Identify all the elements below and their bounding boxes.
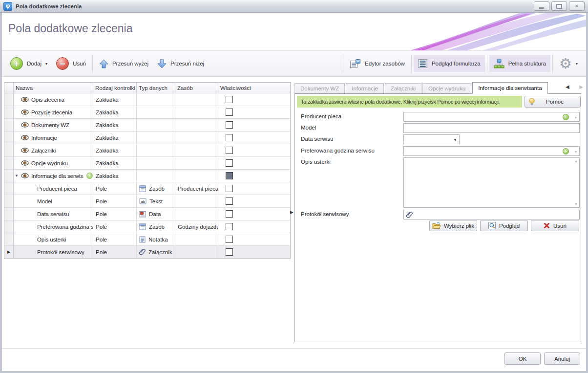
- cancel-button[interactable]: Anuluj: [544, 352, 580, 365]
- close-button[interactable]: ×: [569, 1, 585, 11]
- properties-checkbox[interactable]: [226, 210, 233, 218]
- visibility-eye-icon[interactable]: [21, 97, 29, 102]
- producent-pieca-input[interactable]: + ▾: [403, 112, 580, 122]
- grid-cell-control-kind[interactable]: Pole: [93, 220, 137, 233]
- grid-cell-data-type[interactable]: [137, 170, 175, 182]
- preferowana-godzina-input[interactable]: + ▾: [403, 146, 580, 156]
- tab-scroll-right-icon[interactable]: ▶: [579, 84, 583, 89]
- splitter-collapse-arrow[interactable]: ▶: [290, 210, 294, 215]
- grid-cell-data-type[interactable]: Zasób: [137, 182, 175, 195]
- grid-cell-properties[interactable]: [218, 170, 290, 182]
- grid-row[interactable]: Data serwisuPoleData: [4, 208, 290, 220]
- grid-cell-control-kind[interactable]: Zakładka: [93, 157, 137, 170]
- grid-cell-control-kind[interactable]: Pole: [93, 195, 137, 208]
- visibility-eye-icon[interactable]: [21, 122, 29, 128]
- tab-informacje-dla-serwisanta[interactable]: Informacje dla serwisanta: [472, 82, 547, 94]
- grid-cell-control-kind[interactable]: Zakładka: [93, 144, 137, 157]
- grid-cell-data-type[interactable]: Notatka: [137, 233, 175, 246]
- grid-cell-data-type[interactable]: [137, 157, 175, 170]
- grid-cell-resource[interactable]: [175, 106, 218, 119]
- minimize-button[interactable]: [534, 1, 549, 11]
- opis-usterki-textarea[interactable]: ▲ ▼: [403, 157, 580, 208]
- delete-attachment-button[interactable]: Usuń: [531, 220, 579, 231]
- grid-row[interactable]: Opis usterkiPoleNotatka: [4, 233, 290, 246]
- grid-row[interactable]: InformacjeZakładka: [4, 132, 290, 144]
- grid-cell-properties[interactable]: [218, 106, 290, 119]
- grid-cell-resource[interactable]: Godziny dojazdu: [175, 220, 218, 233]
- column-header-typ-danych[interactable]: Typ danych: [137, 83, 175, 93]
- grid-cell-properties[interactable]: [218, 233, 290, 246]
- form-preview-button[interactable]: Podgląd formularza: [414, 55, 485, 72]
- grid-cell-properties[interactable]: [218, 119, 290, 132]
- chevron-down-icon[interactable]: ▾: [454, 138, 456, 142]
- grid-row[interactable]: ▶Protokół serwisowyPoleZałącznik: [4, 246, 290, 259]
- data-serwisu-combo[interactable]: ▾: [403, 134, 460, 144]
- grid-row[interactable]: Opcje wydrukuZakładka: [4, 157, 290, 170]
- grid-cell-resource[interactable]: [175, 132, 218, 144]
- grid-cell-data-type[interactable]: [137, 132, 175, 144]
- remove-button[interactable]: − Usuń: [52, 54, 90, 73]
- scroll-up-icon[interactable]: ▲: [574, 159, 578, 163]
- properties-checkbox[interactable]: [226, 134, 233, 141]
- grid-row[interactable]: ModelPoleabTekst: [4, 195, 290, 208]
- grid-row[interactable]: ZałącznikiZakładka: [4, 144, 290, 157]
- grid-row[interactable]: Producent piecaPoleZasóbProducent pieca: [4, 182, 290, 195]
- properties-checkbox[interactable]: [226, 248, 233, 256]
- grid-row[interactable]: Pozycje zleceniaZakładka: [4, 106, 290, 119]
- grid-cell-resource[interactable]: [175, 208, 218, 220]
- grid-cell-resource[interactable]: [175, 119, 218, 132]
- add-button[interactable]: + Dodaj ▾: [6, 54, 52, 73]
- resource-editor-button[interactable]: Edytor zasobów: [345, 55, 409, 72]
- full-structure-button[interactable]: Pełna struktura: [489, 55, 550, 72]
- protokol-serwisowy-attachment-field[interactable]: [403, 210, 580, 219]
- column-header-nazwa[interactable]: Nazwa: [14, 83, 93, 93]
- grid-row[interactable]: ▼Informacje dla serwisanta+Zakładka: [4, 170, 290, 182]
- properties-checkbox[interactable]: [226, 147, 233, 154]
- grid-cell-name[interactable]: Informacje: [14, 132, 93, 144]
- grid-row[interactable]: Preferowana godzina se...PoleZasóbGodzin…: [4, 220, 290, 233]
- grid-cell-resource[interactable]: Producent pieca: [175, 182, 218, 195]
- grid-cell-data-type[interactable]: [137, 106, 175, 119]
- grid-cell-properties[interactable]: [218, 132, 290, 144]
- column-header-zasob[interactable]: Zasób: [175, 83, 218, 93]
- grid-cell-resource[interactable]: [175, 93, 218, 106]
- expander-icon[interactable]: ▼: [15, 174, 21, 178]
- properties-checkbox[interactable]: [226, 197, 233, 205]
- properties-checkbox[interactable]: [226, 185, 233, 192]
- help-button[interactable]: Pomoc: [525, 96, 581, 108]
- visibility-eye-icon[interactable]: [21, 110, 29, 115]
- grid-cell-data-type[interactable]: [137, 93, 175, 106]
- grid-cell-properties[interactable]: [218, 220, 290, 233]
- grid-cell-control-kind[interactable]: Zakładka: [93, 106, 137, 119]
- visibility-eye-icon[interactable]: [21, 135, 29, 140]
- grid-cell-data-type[interactable]: abTekst: [137, 195, 175, 208]
- move-up-button[interactable]: Przesuń wyżej: [95, 56, 153, 72]
- grid-cell-properties[interactable]: [218, 208, 290, 220]
- tab-dokumenty-wz[interactable]: Dokumenty WZ: [294, 83, 345, 93]
- grid-row[interactable]: Opis zleceniaZakładka: [4, 93, 290, 106]
- grid-cell-name[interactable]: Dokumenty WZ: [14, 119, 93, 132]
- grid-cell-name[interactable]: Protokół serwisowy: [14, 246, 93, 259]
- grid-cell-resource[interactable]: [175, 195, 218, 208]
- properties-checkbox[interactable]: [226, 96, 233, 103]
- grid-cell-resource[interactable]: [175, 233, 218, 246]
- tab-scroll-left-icon[interactable]: ◀: [566, 84, 569, 89]
- grid-cell-resource[interactable]: [175, 246, 218, 259]
- grid-cell-name[interactable]: Data serwisu: [14, 208, 93, 220]
- properties-checkbox[interactable]: [226, 236, 233, 243]
- grid-cell-control-kind[interactable]: Pole: [93, 246, 137, 259]
- grid-cell-name[interactable]: Producent pieca: [14, 182, 93, 195]
- grid-cell-name[interactable]: Model: [14, 195, 93, 208]
- titlebar[interactable]: φ Pola dodatkowe zlecenia ×: [0, 0, 588, 13]
- choose-file-button[interactable]: Wybierz plik: [429, 220, 477, 231]
- column-header-wlasciwosci[interactable]: Właściwości: [218, 83, 290, 93]
- properties-checkbox[interactable]: [226, 109, 233, 116]
- properties-checkbox[interactable]: [226, 121, 233, 129]
- grid-cell-name[interactable]: Pozycje zlecenia: [14, 106, 93, 119]
- properties-checkbox[interactable]: [226, 172, 233, 179]
- grid-cell-control-kind[interactable]: Zakładka: [93, 132, 137, 144]
- visibility-eye-icon[interactable]: [21, 160, 29, 166]
- grid-cell-data-type[interactable]: Załącznik: [137, 246, 175, 259]
- grid-cell-name[interactable]: Opcje wydruku: [14, 157, 93, 170]
- ok-button[interactable]: OK: [504, 352, 541, 365]
